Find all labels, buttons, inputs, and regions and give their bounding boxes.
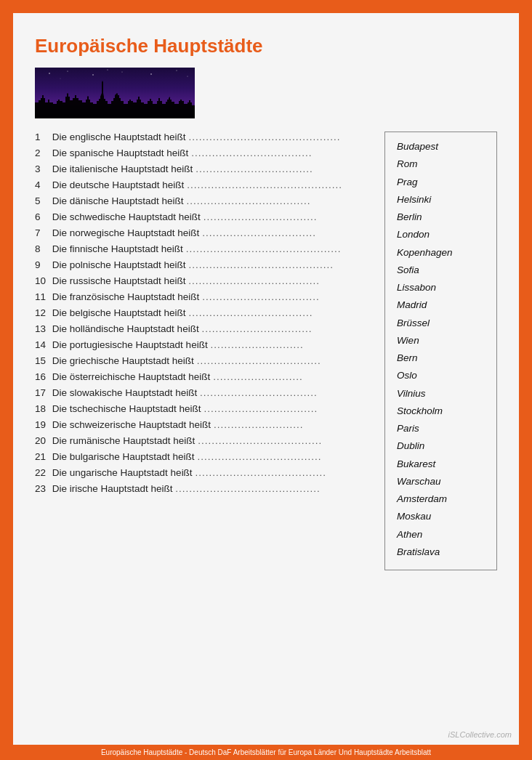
question-number: 7 [35, 227, 49, 238]
word-item: Lissabon [397, 280, 485, 295]
word-item: Sofia [397, 263, 485, 278]
question-text: Die polnische Hauptstadt heißt .........… [52, 259, 370, 270]
question-row: 1 Die englische Hauptstadt heißt .......… [35, 132, 370, 142]
word-item: Helsinki [397, 193, 485, 207]
question-row: 8 Die finnische Hauptstadt heißt .......… [35, 243, 370, 254]
question-text: Die englische Hauptstadt heißt .........… [52, 132, 370, 142]
questions-section: 1 Die englische Hauptstadt heißt .......… [35, 132, 370, 570]
question-number: 13 [35, 323, 49, 334]
svg-point-7 [188, 76, 188, 77]
word-item: Rom [397, 157, 485, 171]
question-row: 9 Die polnische Hauptstadt heißt .......… [35, 259, 370, 270]
question-row: 21 Die bulgarische Hauptstadt heißt ....… [35, 451, 370, 462]
question-row: 4 Die deutsche Hauptstadt heißt ........… [35, 179, 370, 190]
question-dots: .......................... [214, 419, 304, 430]
question-number: 20 [35, 435, 49, 446]
footer-text: Europäische Hauptstädte - Deutsch DaF Ar… [101, 748, 431, 756]
question-dots: .................................... [198, 435, 322, 446]
question-text: Die holländische Hauptstadt heißt ......… [52, 323, 370, 334]
question-number: 15 [35, 355, 49, 366]
city-image [35, 68, 195, 118]
question-dots: ................................ [201, 323, 312, 334]
question-dots: ...................................... [195, 467, 326, 478]
question-number: 3 [35, 163, 49, 174]
question-dots: ...................................... [188, 275, 320, 286]
question-text: Die spanische Hauptstadt heißt .........… [52, 147, 370, 158]
word-item: Bern [397, 351, 485, 365]
question-text: Die österreichische Hauptstadt heißt ...… [52, 371, 370, 382]
question-dots: ................................. [202, 227, 316, 238]
word-item: London [397, 227, 485, 242]
question-dots: .......................... [213, 371, 303, 382]
question-text: Die schweizerische Hauptstadt heißt ....… [52, 419, 370, 430]
question-dots: ........................................… [188, 259, 334, 270]
question-number: 19 [35, 419, 49, 430]
question-number: 18 [35, 403, 49, 414]
svg-point-3 [92, 74, 93, 75]
question-row: 6 Die schwedische Hauptstadt heißt .....… [35, 211, 370, 222]
question-row: 3 Die italienische Hauptstadt heißt ....… [35, 163, 370, 174]
question-text: Die norwegische Hauptstadt heißt .......… [52, 227, 370, 238]
main-content-area: Europäische Hauptstädte [13, 13, 519, 745]
svg-point-5 [150, 73, 152, 75]
footer-title-bar: Europäische Hauptstädte - Deutsch DaF Ar… [13, 745, 519, 760]
watermark: iSLCollective.com [448, 730, 512, 739]
question-number: 22 [35, 467, 49, 478]
word-item: Amsterdam [397, 492, 485, 506]
question-text: Die belgische Hauptstadt heißt .........… [52, 307, 370, 318]
word-item: Budapest [397, 140, 485, 154]
question-row: 23 Die irische Hauptstadt heißt ........… [35, 483, 370, 494]
svg-point-9 [107, 69, 108, 70]
question-number: 11 [35, 291, 49, 302]
question-row: 12 Die belgische Hauptstadt heißt ......… [35, 307, 370, 318]
svg-point-4 [122, 72, 123, 73]
question-number: 5 [35, 195, 49, 206]
word-item: Madrid [397, 298, 485, 312]
question-number: 21 [35, 451, 49, 462]
question-row: 14 Die portugiesische Hauptstadt heißt .… [35, 339, 370, 350]
question-number: 14 [35, 339, 49, 350]
svg-point-2 [67, 70, 68, 71]
question-text: Die finnische Hauptstadt heißt .........… [52, 243, 370, 254]
question-text: Die italienische Hauptstadt heißt ......… [52, 163, 370, 174]
question-dots: ........................... [210, 339, 303, 350]
question-number: 4 [35, 179, 49, 190]
question-row: 2 Die spanische Hauptstadt heißt .......… [35, 147, 370, 158]
question-dots: ................................. [203, 403, 318, 414]
word-item: Wien [397, 333, 485, 348]
question-row: 18 Die tschechische Hauptstadt heißt ...… [35, 403, 370, 414]
question-text: Die bulgarische Hauptstadt heißt .......… [52, 451, 370, 462]
question-number: 17 [35, 387, 49, 398]
word-item: Bukarest [397, 457, 485, 472]
main-layout: 1 Die englische Hauptstadt heißt .......… [35, 132, 497, 570]
question-text: Die portugiesische Hauptstadt heißt ....… [52, 339, 370, 350]
word-item: Bratislava [397, 545, 485, 559]
word-box: BudapestRomPragHelsinkiBerlinLondonKopen… [384, 132, 497, 570]
question-number: 2 [35, 147, 49, 158]
question-dots: ........................................… [175, 483, 321, 494]
question-dots: .................................... [197, 451, 321, 462]
word-item: Warschau [397, 474, 485, 489]
word-item: Vilnius [397, 387, 485, 401]
question-dots: ................................. [203, 211, 318, 222]
question-dots: .................................. [202, 291, 320, 302]
question-number: 6 [35, 211, 49, 222]
word-item: Stockholm [397, 404, 485, 419]
svg-point-1 [49, 73, 50, 74]
question-text: Die irische Hauptstadt heißt ...........… [52, 483, 370, 494]
question-row: 10 Die russische Hauptstadt heißt ......… [35, 275, 370, 286]
question-row: 22 Die ungarische Hauptstadt heißt .....… [35, 467, 370, 478]
question-row: 17 Die slowakische Hauptstadt heißt ....… [35, 387, 370, 398]
word-item: Oslo [397, 368, 485, 383]
question-row: 15 Die griechische Hauptstadt heißt ....… [35, 355, 370, 366]
word-item: Paris [397, 421, 485, 436]
question-dots: ................................... [191, 147, 312, 158]
question-dots: .................................... [186, 195, 310, 206]
svg-point-8 [60, 78, 61, 79]
question-dots: .................................. [196, 163, 313, 174]
word-item: Moskau [397, 509, 485, 524]
question-number: 16 [35, 371, 49, 382]
word-item: Prag [397, 175, 485, 190]
question-row: 20 Die rumänische Hauptstadt heißt .....… [35, 435, 370, 446]
question-dots: ........................................… [186, 243, 342, 254]
